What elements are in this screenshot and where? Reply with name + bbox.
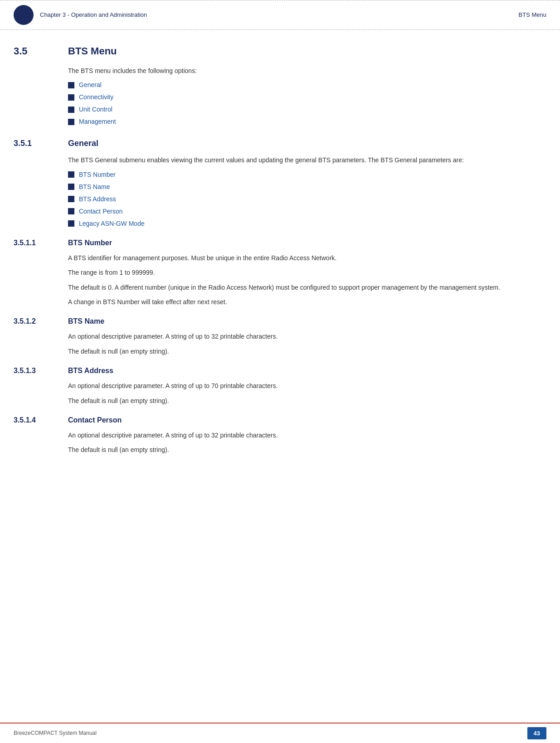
subsubsection-3-5-1-3-num: 3.5.1.3: [14, 365, 50, 376]
subsubsection-3-5-1-3-title: BTS Address: [68, 365, 113, 376]
list-item: Management: [68, 117, 546, 126]
bullet-icon: [68, 208, 74, 214]
bts-address-para-1: An optional descriptive parameter. A str…: [68, 381, 546, 391]
bts-number-para-2: The range is from 1 to 999999.: [68, 267, 546, 277]
subsection-3-5-1-heading: 3.5.1 General: [14, 137, 546, 150]
subsubsection-3-5-1-2-title: BTS Name: [68, 316, 104, 327]
section-3-5-heading: 3.5 BTS Menu: [14, 44, 546, 58]
list-item: Unit Control: [68, 105, 546, 114]
general-link-contact-person[interactable]: Contact Person: [79, 207, 123, 216]
header-section-ref: BTS Menu: [519, 10, 546, 19]
general-link-bts-address[interactable]: BTS Address: [79, 194, 116, 204]
bullet-icon: [68, 94, 74, 101]
contact-person-para-1: An optional descriptive parameter. A str…: [68, 430, 546, 440]
subsection-3-5-1-num: 3.5.1: [14, 137, 50, 150]
general-link-bts-name[interactable]: BTS Name: [79, 182, 110, 192]
header-left: Chapter 3 - Operation and Administration: [14, 5, 147, 25]
bullet-icon: [68, 82, 74, 88]
bullet-icon: [68, 119, 74, 125]
bullet-icon: [68, 196, 74, 202]
page-header: Chapter 3 - Operation and Administration…: [0, 0, 560, 30]
menu-link-connectivity[interactable]: Connectivity: [79, 92, 113, 102]
subsubsection-3-5-1-4-num: 3.5.1.4: [14, 415, 50, 426]
menu-link-management[interactable]: Management: [79, 117, 116, 126]
subsection-3-5-1-intro: The BTS General submenu enables viewing …: [68, 155, 546, 165]
general-link-bts-number[interactable]: BTS Number: [79, 170, 116, 180]
bullet-icon: [68, 107, 74, 113]
list-item: General: [68, 80, 546, 90]
bts-number-para-4: A change in BTS Number will take effect …: [68, 297, 546, 307]
subsection-3-5-1-title: General: [68, 137, 98, 150]
subsubsection-3-5-1-4-title: Contact Person: [68, 415, 122, 426]
section-3-5-title: BTS Menu: [68, 44, 117, 58]
menu-link-unit-control[interactable]: Unit Control: [79, 105, 112, 114]
chapter-icon: [14, 5, 34, 25]
subsubsection-3-5-1-1-num: 3.5.1.1: [14, 238, 50, 248]
subsubsection-3-5-1-3-heading: 3.5.1.3 BTS Address: [14, 365, 546, 376]
bullet-icon: [68, 220, 74, 227]
bullet-icon: [68, 184, 74, 190]
menu-link-general[interactable]: General: [79, 80, 102, 90]
section-3-5-intro: The BTS menu includes the following opti…: [68, 66, 546, 76]
list-item: BTS Address: [68, 194, 546, 204]
chapter-title: Chapter 3 - Operation and Administration: [40, 10, 147, 19]
bts-address-para-2: The default is null (an empty string).: [68, 396, 546, 406]
bts-name-para-2: The default is null (an empty string).: [68, 346, 546, 356]
subsubsection-3-5-1-2-num: 3.5.1.2: [14, 316, 50, 327]
general-link-legacy-asn-gw[interactable]: Legacy ASN-GW Mode: [79, 219, 145, 228]
section-3-5-num: 3.5: [14, 44, 50, 58]
list-item: Connectivity: [68, 92, 546, 102]
bts-number-para-3: The default is 0. A different number (un…: [68, 282, 546, 292]
contact-person-para-2: The default is null (an empty string).: [68, 445, 546, 455]
list-item: BTS Name: [68, 182, 546, 192]
main-content: 3.5 BTS Menu The BTS menu includes the f…: [0, 30, 560, 473]
subsubsection-3-5-1-4-heading: 3.5.1.4 Contact Person: [14, 415, 546, 426]
bts-number-para-1: A BTS identifier for management purposes…: [68, 253, 546, 263]
subsubsection-3-5-1-1-heading: 3.5.1.1 BTS Number: [14, 238, 546, 248]
subsubsection-3-5-1-1-title: BTS Number: [68, 238, 112, 248]
bts-name-para-1: An optional descriptive parameter. A str…: [68, 331, 546, 341]
list-item: BTS Number: [68, 170, 546, 180]
subsubsection-3-5-1-2-heading: 3.5.1.2 BTS Name: [14, 316, 546, 327]
list-item: Legacy ASN-GW Mode: [68, 219, 546, 228]
bullet-icon: [68, 171, 74, 178]
list-item: Contact Person: [68, 207, 546, 216]
